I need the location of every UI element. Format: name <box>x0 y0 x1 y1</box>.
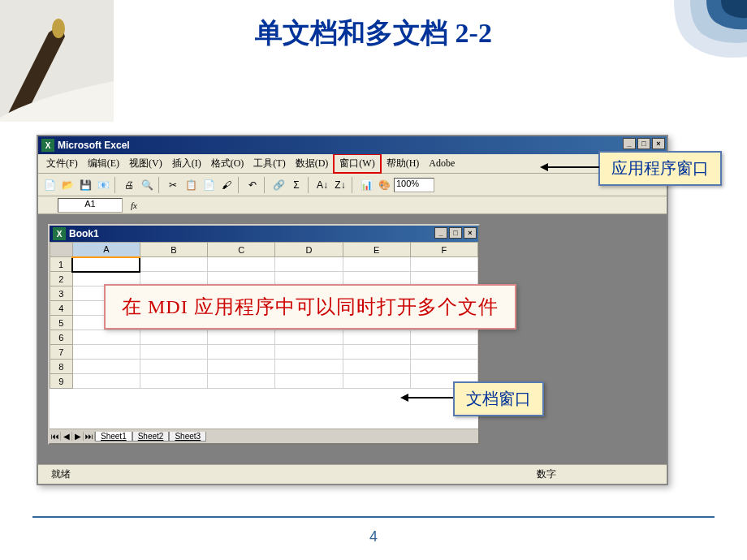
child-maximize-button[interactable]: □ <box>449 227 462 239</box>
callout-mdi-note: 在 MDI 应用程序中可以同时打开多个文件 <box>104 284 516 330</box>
sum-icon[interactable]: Σ <box>288 177 304 193</box>
sort-asc-icon[interactable]: A↓ <box>314 177 330 193</box>
menu-item[interactable]: 窗口(W) <box>333 153 381 174</box>
new-icon[interactable]: 📄 <box>41 177 58 193</box>
format-painter-icon[interactable]: 🖌 <box>218 177 235 193</box>
cell[interactable] <box>140 330 207 345</box>
save-icon[interactable]: 💾 <box>77 177 93 193</box>
cell[interactable] <box>410 330 477 345</box>
mail-icon[interactable]: 📧 <box>95 177 111 193</box>
cell[interactable] <box>208 360 275 374</box>
cell[interactable] <box>208 330 275 345</box>
sheet-tab[interactable]: Sheet1 <box>95 432 132 442</box>
menu-item[interactable]: 插入(I) <box>167 155 206 172</box>
tab-nav-last-icon[interactable]: ⏭ <box>84 432 95 441</box>
cut-icon[interactable]: ✂ <box>165 177 181 193</box>
cell[interactable] <box>343 345 410 360</box>
cell[interactable] <box>140 360 207 374</box>
row-header[interactable]: 5 <box>50 316 73 330</box>
chart-icon[interactable]: 📊 <box>358 177 374 193</box>
cell[interactable] <box>275 345 343 360</box>
toolbar[interactable]: 📄 📂 💾 📧 🖨 🔍 ✂ 📋 📄 🖌 ↶ 🔗 Σ A↓ Z↓ 📊 🎨 100% <box>38 174 667 196</box>
cell[interactable] <box>72 374 140 389</box>
maximize-button[interactable]: □ <box>637 138 650 149</box>
cell[interactable] <box>72 330 140 345</box>
sort-desc-icon[interactable]: Z↓ <box>332 177 348 193</box>
column-header[interactable]: B <box>140 243 207 257</box>
menubar[interactable]: 文件(F)编辑(E)视图(V)插入(I)格式(O)工具(T)数据(D)窗口(W)… <box>38 154 667 174</box>
cell[interactable] <box>140 257 207 272</box>
cell[interactable] <box>208 257 275 272</box>
tab-nav-first-icon[interactable]: ⏮ <box>50 432 61 441</box>
child-minimize-button[interactable]: _ <box>434 227 447 239</box>
sheet-tabs[interactable]: ⏮ ◀ ▶ ⏭ Sheet1Sheet2Sheet3 <box>50 429 478 443</box>
close-button[interactable]: × <box>652 138 665 149</box>
menu-item[interactable]: 帮助(H) <box>382 155 425 172</box>
menu-item[interactable]: 数据(D) <box>291 155 334 172</box>
cell[interactable] <box>72 360 140 374</box>
menu-item[interactable]: Adobe <box>424 156 460 171</box>
name-box[interactable]: A1 <box>58 198 123 213</box>
link-icon[interactable]: 🔗 <box>270 177 287 193</box>
sheet-tab[interactable]: Sheet2 <box>132 432 170 442</box>
row-header[interactable]: 1 <box>50 257 73 272</box>
cell[interactable] <box>343 360 410 374</box>
cell[interactable] <box>410 345 477 360</box>
sheet-tab[interactable]: Sheet3 <box>169 432 206 442</box>
cell[interactable] <box>208 374 275 389</box>
drawing-icon[interactable]: 🎨 <box>376 177 392 193</box>
cell[interactable] <box>275 374 343 389</box>
column-header[interactable]: C <box>208 243 275 257</box>
spreadsheet-grid[interactable]: ABCDEF123456789 <box>50 242 478 429</box>
column-header[interactable]: F <box>410 243 477 257</box>
preview-icon[interactable]: 🔍 <box>139 177 155 193</box>
callout-doc-window: 文档窗口 <box>453 381 544 416</box>
row-header[interactable]: 9 <box>50 374 73 389</box>
cell[interactable] <box>410 257 477 272</box>
document-window[interactable]: X Book1 _ □ × ABCDEF123456789 ⏮ ◀ ▶ ⏭ Sh… <box>48 224 480 445</box>
cell[interactable] <box>343 330 410 345</box>
select-all-corner[interactable] <box>50 243 73 257</box>
cell[interactable] <box>410 360 477 374</box>
row-header[interactable]: 6 <box>50 330 73 345</box>
menu-item[interactable]: 工具(T) <box>248 155 290 172</box>
mdi-client-area: X Book1 _ □ × ABCDEF123456789 ⏮ ◀ ▶ ⏭ Sh… <box>38 214 667 464</box>
cell[interactable] <box>72 345 140 360</box>
row-header[interactable]: 4 <box>50 301 73 316</box>
minimize-button[interactable]: _ <box>623 138 636 149</box>
child-titlebar[interactable]: X Book1 _ □ × <box>50 226 478 242</box>
open-icon[interactable]: 📂 <box>59 177 76 193</box>
formula-bar[interactable]: A1 fx <box>38 196 667 214</box>
cell[interactable] <box>72 257 140 272</box>
row-header[interactable]: 7 <box>50 345 73 360</box>
tab-nav-prev-icon[interactable]: ◀ <box>61 432 72 441</box>
cell[interactable] <box>140 374 207 389</box>
row-header[interactable]: 3 <box>50 286 73 301</box>
row-header[interactable]: 8 <box>50 360 73 374</box>
menu-item[interactable]: 文件(F) <box>41 155 83 172</box>
cell[interactable] <box>343 257 410 272</box>
menu-item[interactable]: 格式(O) <box>206 155 249 172</box>
cell[interactable] <box>208 345 275 360</box>
row-header[interactable]: 2 <box>50 272 73 286</box>
arrow-doc-window <box>403 397 453 398</box>
app-titlebar[interactable]: X Microsoft Excel _ □ × <box>38 136 667 154</box>
menu-item[interactable]: 编辑(E) <box>83 155 124 172</box>
column-header[interactable]: D <box>275 243 343 257</box>
menu-item[interactable]: 视图(V) <box>124 155 167 172</box>
slide-title: 单文档和多文档 2-2 <box>0 15 747 52</box>
cell[interactable] <box>275 360 343 374</box>
copy-icon[interactable]: 📋 <box>183 177 199 193</box>
column-header[interactable]: E <box>343 243 410 257</box>
paste-icon[interactable]: 📄 <box>201 177 217 193</box>
zoom-box[interactable]: 100% <box>394 178 434 192</box>
column-header[interactable]: A <box>72 243 140 257</box>
cell[interactable] <box>343 374 410 389</box>
cell[interactable] <box>140 345 207 360</box>
child-close-button[interactable]: × <box>464 227 477 239</box>
undo-icon[interactable]: ↶ <box>244 177 261 193</box>
cell[interactable] <box>275 257 343 272</box>
cell[interactable] <box>275 330 343 345</box>
tab-nav-next-icon[interactable]: ▶ <box>72 432 84 441</box>
print-icon[interactable]: 🖨 <box>121 177 137 193</box>
